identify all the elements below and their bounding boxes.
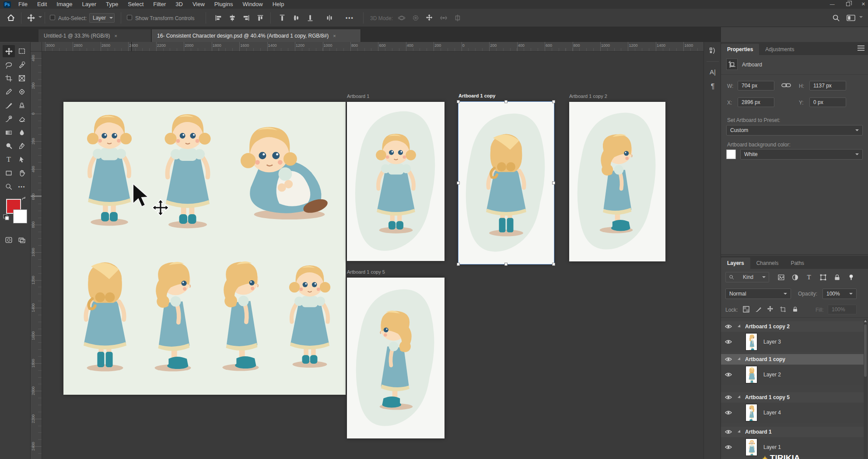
gradient-tool[interactable] xyxy=(3,126,15,139)
layer-thumbnail[interactable] xyxy=(746,404,757,421)
restore-button[interactable] xyxy=(846,2,850,6)
selection-handle-se[interactable] xyxy=(552,263,555,266)
edit-toolbar-button[interactable]: ••• xyxy=(16,181,28,193)
healing-brush-tool[interactable] xyxy=(16,86,28,98)
artboard-1-copy-2-label[interactable]: Artboard 1 copy 2 xyxy=(569,94,607,100)
align-center-h-button[interactable] xyxy=(227,12,238,24)
menu-filter[interactable]: Filter xyxy=(148,0,171,9)
lasso-tool[interactable] xyxy=(3,59,15,71)
tab-untitled-1-close-icon[interactable]: × xyxy=(115,33,117,38)
marquee-tool[interactable] xyxy=(16,45,28,57)
group-expand-chevron-icon[interactable] xyxy=(738,324,742,328)
filter-type-layers-icon[interactable]: T xyxy=(804,272,814,282)
selection-handle-w[interactable] xyxy=(457,181,460,184)
tool-preset-chevron-icon[interactable] xyxy=(38,16,42,18)
menu-plugins[interactable]: Plugins xyxy=(210,0,238,9)
y-field[interactable]: 0 px xyxy=(809,97,846,107)
artboard-1-copy-5-label[interactable]: Artboard 1 copy 5 xyxy=(347,269,385,275)
clone-stamp-tool[interactable] xyxy=(16,99,28,111)
menu-select[interactable]: Select xyxy=(123,0,148,9)
selection-handle-e[interactable] xyxy=(552,181,555,184)
group-expand-chevron-icon[interactable] xyxy=(738,357,742,361)
lock-artboard-icon[interactable] xyxy=(778,304,788,314)
x-field[interactable]: 2896 px xyxy=(738,97,774,107)
tab-properties[interactable]: Properties xyxy=(721,44,759,55)
screen-mode-button[interactable] xyxy=(16,234,28,246)
home-button[interactable] xyxy=(5,12,17,24)
show-transform-checkbox[interactable] xyxy=(127,15,132,20)
distribute-bottom-button[interactable] xyxy=(304,12,316,24)
selection-handle-s[interactable] xyxy=(504,263,508,266)
artboard-bg-color-swatch[interactable] xyxy=(726,150,736,159)
scrollbar-thumb[interactable] xyxy=(864,324,867,377)
type-tool[interactable]: T xyxy=(3,153,15,166)
preset-dropdown[interactable]: Custom xyxy=(726,125,863,136)
search-icon[interactable] xyxy=(830,12,842,24)
align-right-button[interactable] xyxy=(241,12,252,24)
tab-channels[interactable]: Channels xyxy=(750,257,785,269)
layer-filter-kind-dropdown[interactable]: Kind xyxy=(725,272,769,282)
move-tool-preset-icon[interactable] xyxy=(25,12,37,24)
group-expand-chevron-icon[interactable] xyxy=(738,430,742,434)
layer-group-artboard-1-copy-selected[interactable]: Artboard 1 copy xyxy=(721,354,866,365)
layer-thumbnail[interactable] xyxy=(746,366,757,383)
tab-character-design-close-icon[interactable]: × xyxy=(333,33,336,38)
properties-panel-menu-icon[interactable] xyxy=(858,45,864,51)
eraser-tool[interactable] xyxy=(16,113,28,125)
artboard-bg-dropdown[interactable]: White xyxy=(740,149,863,160)
menu-type[interactable]: Type xyxy=(101,0,123,9)
character-panel-icon[interactable]: A| xyxy=(707,66,718,77)
menu-edit[interactable]: Edit xyxy=(32,0,52,9)
zoom-tool[interactable] xyxy=(3,181,15,193)
artboard-1-label[interactable]: Artboard 1 xyxy=(347,94,369,100)
menu-file[interactable]: File xyxy=(14,0,32,9)
height-field[interactable]: 1137 px xyxy=(809,81,846,90)
menu-layer[interactable]: Layer xyxy=(77,0,102,9)
close-button[interactable]: ✕ xyxy=(861,1,865,7)
ruler-origin-corner[interactable] xyxy=(31,42,42,52)
lock-transparent-icon[interactable] xyxy=(741,304,751,314)
artboard-reference-sheet[interactable] xyxy=(63,102,346,395)
visibility-eye-icon[interactable] xyxy=(721,372,736,378)
rectangle-tool[interactable] xyxy=(3,167,15,179)
hand-tool[interactable] xyxy=(16,167,28,179)
filter-pixel-layers-icon[interactable] xyxy=(776,272,786,282)
blur-tool[interactable] xyxy=(16,126,28,139)
selection-handle-ne[interactable] xyxy=(552,100,555,103)
history-brush-tool[interactable] xyxy=(3,113,15,125)
artboard-1-copy-label[interactable]: Artboard 1 copy xyxy=(458,93,495,99)
path-selection-tool[interactable] xyxy=(16,153,28,166)
quick-selection-tool[interactable] xyxy=(16,59,28,71)
layer-row-layer-4[interactable]: Layer 4 xyxy=(721,403,866,423)
width-field[interactable]: 704 px xyxy=(738,81,774,90)
filter-toggle-icon[interactable] xyxy=(846,272,856,282)
glyphs-panel-icon[interactable] xyxy=(707,45,718,56)
layer-group-artboard-1[interactable]: Artboard 1 xyxy=(721,427,866,437)
quick-mask-button[interactable] xyxy=(3,234,15,246)
artboard-1-copy[interactable] xyxy=(458,102,554,264)
visibility-eye-icon[interactable] xyxy=(721,410,736,416)
tab-layers[interactable]: Layers xyxy=(721,257,750,269)
workspace-chevron-icon[interactable] xyxy=(859,16,863,18)
eyedropper-tool[interactable] xyxy=(3,86,15,98)
scroll-up-arrow-icon[interactable] xyxy=(864,320,867,322)
default-colors-icon[interactable] xyxy=(3,214,10,221)
visibility-eye-icon[interactable] xyxy=(721,323,736,330)
background-color-swatch[interactable] xyxy=(13,209,27,223)
visibility-eye-icon[interactable] xyxy=(721,356,736,362)
distribute-spacing-button[interactable] xyxy=(324,12,335,24)
opacity-dropdown[interactable]: 100% xyxy=(822,289,857,299)
visibility-eye-icon[interactable] xyxy=(721,444,736,450)
distribute-center-v-button[interactable] xyxy=(290,12,302,24)
artboard-1[interactable] xyxy=(347,102,444,261)
lock-position-icon[interactable] xyxy=(766,304,775,314)
group-expand-chevron-icon[interactable] xyxy=(738,395,742,399)
distribute-top-button[interactable] xyxy=(276,12,288,24)
move-tool[interactable] xyxy=(3,45,15,57)
filter-shape-layers-icon[interactable] xyxy=(818,272,828,282)
menu-view[interactable]: View xyxy=(188,0,210,9)
visibility-eye-icon[interactable] xyxy=(721,394,736,400)
tab-adjustments[interactable]: Adjustments xyxy=(759,44,800,55)
visibility-eye-icon[interactable] xyxy=(721,339,736,345)
tab-untitled-1[interactable]: Untitled-1 @ 33.3% (RGB/8) × xyxy=(38,29,151,42)
